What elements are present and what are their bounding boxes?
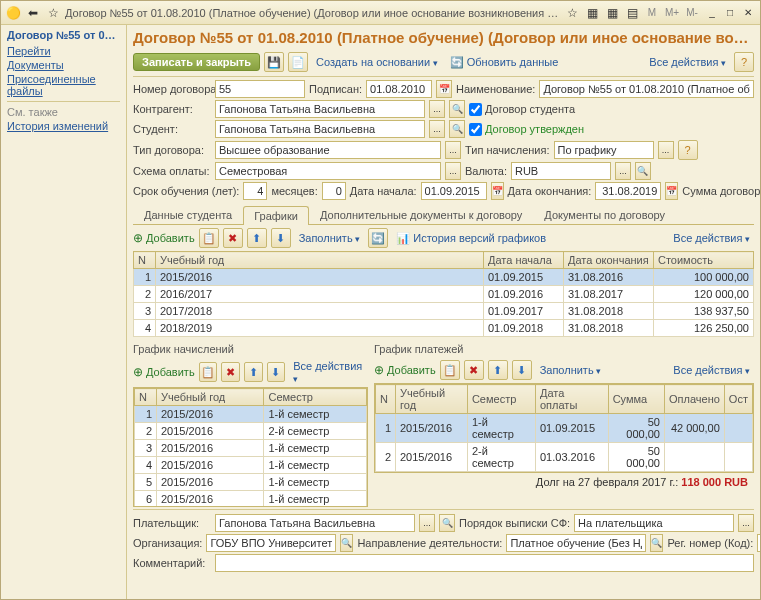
- graph-all-actions[interactable]: Все действия: [669, 232, 754, 244]
- accrual-up-icon[interactable]: ⬆: [244, 362, 263, 382]
- student-select-btn[interactable]: ...: [429, 120, 445, 138]
- currency-btn[interactable]: ...: [615, 162, 631, 180]
- fav-icon[interactable]: ☆: [564, 5, 580, 21]
- calc-icon[interactable]: ▤: [624, 5, 640, 21]
- counterparty-search-btn[interactable]: 🔍: [449, 100, 465, 118]
- payment-up-icon[interactable]: ⬆: [488, 360, 508, 380]
- create-based-button[interactable]: Создать на основании: [312, 56, 442, 68]
- maximize-btn[interactable]: □: [722, 6, 738, 20]
- graph-refresh-icon[interactable]: 🔄: [368, 228, 388, 248]
- name-input[interactable]: [539, 80, 754, 98]
- start-date-input[interactable]: [421, 182, 487, 200]
- accrual-down-icon[interactable]: ⬇: [267, 362, 286, 382]
- payer-search-btn[interactable]: 🔍: [439, 514, 455, 532]
- sidebar-link-goto[interactable]: Перейти: [7, 45, 120, 57]
- accrual-all-actions[interactable]: Все действия: [289, 360, 368, 384]
- table-row[interactable]: 52015/20161-й семестр: [135, 474, 367, 491]
- counterparty-input[interactable]: [215, 100, 425, 118]
- student-contract-checkbox[interactable]: Договор студента: [469, 103, 575, 116]
- graph-add-button[interactable]: Добавить: [133, 231, 195, 245]
- graph-fill-button[interactable]: Заполнить: [295, 232, 365, 244]
- accrual-help-icon[interactable]: ?: [678, 140, 698, 160]
- student-search-btn[interactable]: 🔍: [449, 120, 465, 138]
- start-date-btn[interactable]: 📅: [491, 182, 504, 200]
- type-input[interactable]: [215, 141, 441, 159]
- accrual-copy-icon[interactable]: 📋: [199, 362, 218, 382]
- end-date-btn[interactable]: 📅: [665, 182, 678, 200]
- counterparty-select-btn[interactable]: ...: [429, 100, 445, 118]
- table-row[interactable]: 42015/20161-й семестр: [135, 457, 367, 474]
- grid-icon[interactable]: ▦: [604, 5, 620, 21]
- accrual-add-button[interactable]: Добавить: [133, 365, 195, 379]
- signed-input[interactable]: [366, 80, 432, 98]
- graph-history-button[interactable]: 📊 История версий графиков: [392, 232, 550, 245]
- table-row[interactable]: 62015/20161-й семестр: [135, 491, 367, 508]
- sf-order-btn[interactable]: ...: [738, 514, 754, 532]
- graph-up-icon[interactable]: ⬆: [247, 228, 267, 248]
- table-row[interactable]: 22015/20162-й семестр01.03.201650 000,00: [376, 443, 753, 472]
- m-plus-btn[interactable]: M+: [664, 5, 680, 21]
- graph-table[interactable]: N Учебный год Дата начала Дата окончания…: [133, 251, 754, 337]
- term-years-input[interactable]: [243, 182, 267, 200]
- close-btn[interactable]: ✕: [740, 6, 756, 20]
- m-minus-btn[interactable]: M-: [684, 5, 700, 21]
- term-months-input[interactable]: [322, 182, 346, 200]
- back-icon[interactable]: ⬅: [25, 5, 41, 21]
- payer-input[interactable]: [215, 514, 415, 532]
- payment-delete-icon[interactable]: ✖: [464, 360, 484, 380]
- table-row[interactable]: 42018/201901.09.201831.08.2018126 250,00: [134, 320, 754, 337]
- org-input[interactable]: [206, 534, 336, 552]
- m-btn[interactable]: M: [644, 5, 660, 21]
- graph-copy-icon[interactable]: 📋: [199, 228, 219, 248]
- table-row[interactable]: 12015/201601.09.201531.08.2016100 000,00: [134, 269, 754, 286]
- save-close-button[interactable]: Записать и закрыть: [133, 53, 260, 71]
- payment-copy-icon[interactable]: 📋: [440, 360, 460, 380]
- accrual-delete-icon[interactable]: ✖: [221, 362, 240, 382]
- table-row[interactable]: 32017/201801.09.201731.08.2018138 937,50: [134, 303, 754, 320]
- payment-table[interactable]: N Учебный год Семестр Дата оплаты Сумма …: [375, 384, 753, 472]
- tool-icon[interactable]: ▦: [584, 5, 600, 21]
- org-btn[interactable]: 🔍: [340, 534, 353, 552]
- table-row[interactable]: 12015/20161-й семестр: [135, 406, 367, 423]
- tab-additional-docs[interactable]: Дополнительные документы к договору: [309, 205, 533, 224]
- accrual-table[interactable]: N Учебный год Семестр 12015/20161-й семе…: [134, 388, 367, 507]
- currency-input[interactable]: [511, 162, 611, 180]
- sidebar-link-docs[interactable]: Документы: [7, 59, 120, 71]
- sidebar-link-history[interactable]: История изменений: [7, 120, 120, 132]
- reg-num-input[interactable]: [757, 534, 760, 552]
- table-row[interactable]: 22015/20162-й семестр: [135, 423, 367, 440]
- payment-fill-button[interactable]: Заполнить: [536, 364, 606, 376]
- payer-btn[interactable]: ...: [419, 514, 435, 532]
- comment-input[interactable]: [215, 554, 754, 572]
- sidebar-link-files[interactable]: Присоединенные файлы: [7, 73, 120, 97]
- all-actions-button[interactable]: Все действия: [645, 56, 730, 68]
- payment-scheme-btn[interactable]: ...: [445, 162, 461, 180]
- graph-delete-icon[interactable]: ✖: [223, 228, 243, 248]
- payment-add-button[interactable]: Добавить: [374, 363, 436, 377]
- accrual-type-btn[interactable]: ...: [658, 141, 674, 159]
- payment-all-actions[interactable]: Все действия: [669, 364, 754, 376]
- star-icon[interactable]: ☆: [45, 5, 61, 21]
- table-row[interactable]: 22016/201701.09.201631.08.2017120 000,00: [134, 286, 754, 303]
- type-select-btn[interactable]: ...: [445, 141, 461, 159]
- direction-input[interactable]: [506, 534, 646, 552]
- payment-scheme-input[interactable]: [215, 162, 441, 180]
- tab-student-data[interactable]: Данные студента: [133, 205, 243, 224]
- doc-icon[interactable]: 📄: [288, 52, 308, 72]
- tab-contract-docs[interactable]: Документы по договору: [533, 205, 676, 224]
- save-icon[interactable]: 💾: [264, 52, 284, 72]
- student-input[interactable]: [215, 120, 425, 138]
- help-icon[interactable]: ?: [734, 52, 754, 72]
- contract-num-input[interactable]: [215, 80, 305, 98]
- minimize-btn[interactable]: _: [704, 6, 720, 20]
- table-row[interactable]: 12015/20161-й семестр01.09.201550 000,00…: [376, 414, 753, 443]
- sf-order-input[interactable]: [574, 514, 734, 532]
- accrual-type-input[interactable]: [554, 141, 654, 159]
- tab-schedules[interactable]: Графики: [243, 206, 309, 225]
- end-date-input[interactable]: [595, 182, 661, 200]
- approved-checkbox[interactable]: Договор утвержден: [469, 123, 584, 136]
- refresh-button[interactable]: 🔄 Обновить данные: [446, 56, 563, 69]
- table-row[interactable]: 32015/20161-й семестр: [135, 440, 367, 457]
- graph-down-icon[interactable]: ⬇: [271, 228, 291, 248]
- direction-btn[interactable]: 🔍: [650, 534, 663, 552]
